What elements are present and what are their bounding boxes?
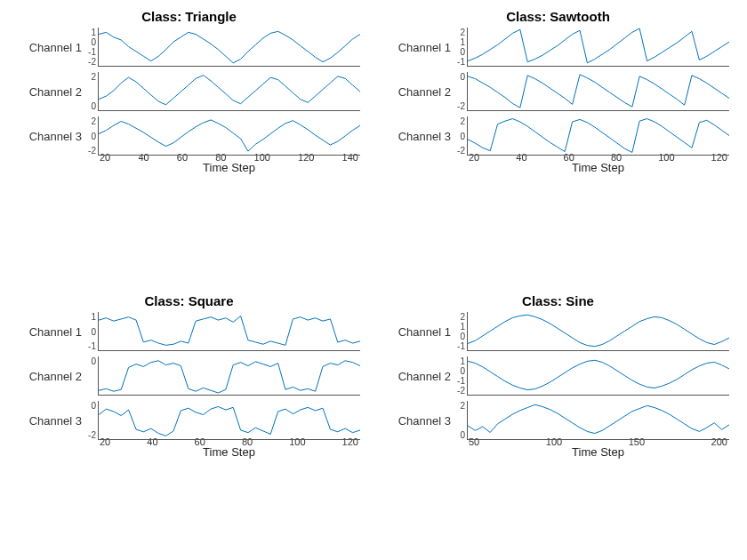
y-ticks: 10-1-2: [82, 28, 98, 67]
channel-label: Channel 3: [387, 130, 451, 143]
y-tick: 0: [82, 401, 96, 411]
channel-row: Channel 30-2: [18, 401, 360, 440]
channel-row: Channel 220: [18, 72, 360, 111]
y-tick: -2: [82, 57, 96, 67]
chart-grid: Class: TriangleChannel 110-1-2Channel 22…: [18, 9, 729, 551]
plot-area: [467, 28, 729, 67]
panel-title: Class: Sine: [522, 293, 594, 308]
channel-row: Channel 1210-1: [387, 28, 729, 67]
series-line: [99, 31, 360, 62]
y-ticks: 210-1: [451, 28, 467, 67]
y-tick: 2: [451, 312, 465, 322]
y-ticks: 20-2: [451, 116, 467, 156]
y-tick: 0: [451, 132, 465, 141]
channels: Channel 110-1Channel 20Channel 30-2: [18, 312, 360, 440]
series-line: [99, 361, 360, 393]
channel-label: Channel 3: [18, 414, 82, 428]
y-tick: -1: [451, 341, 465, 351]
y-tick: 0: [451, 332, 465, 341]
plot-area: [467, 401, 729, 440]
y-ticks: 20: [451, 401, 467, 440]
channel-row: Channel 20: [18, 356, 360, 396]
y-tick: -2: [451, 386, 465, 396]
channel-row: Channel 320-2: [18, 116, 360, 156]
plot-area: [98, 28, 360, 67]
y-tick: 1: [451, 37, 465, 47]
panel-2: Class: SquareChannel 110-1Channel 20Chan…: [18, 293, 360, 551]
y-tick: 2: [451, 28, 465, 37]
channel-row: Channel 210-1-2: [387, 356, 729, 396]
plot-area: [467, 72, 729, 111]
panel-0: Class: TriangleChannel 110-1-2Channel 22…: [18, 9, 360, 267]
series-line: [99, 120, 360, 151]
series-line: [468, 404, 729, 433]
x-label: Time Step: [467, 445, 729, 459]
channel-row: Channel 320: [387, 401, 729, 440]
plot-area: [98, 356, 360, 396]
channel-label: Channel 1: [18, 325, 82, 339]
y-tick: -1: [451, 57, 465, 67]
y-tick: 0: [451, 47, 465, 57]
y-tick: 0: [82, 132, 96, 141]
series-line: [468, 119, 729, 153]
series-line: [468, 360, 729, 389]
y-ticks: 0-2: [451, 72, 467, 111]
y-tick: 0: [82, 356, 96, 366]
channel-label: Channel 2: [18, 85, 82, 99]
series-line: [468, 75, 729, 108]
y-ticks: 0: [82, 356, 98, 396]
channel-label: Channel 1: [18, 41, 82, 54]
plot-area: [98, 401, 360, 440]
channels: Channel 1210-1Channel 20-2Channel 320-2: [387, 28, 729, 156]
plot-area: [98, 72, 360, 111]
panel-title: Class: Square: [144, 293, 233, 308]
channel-label: Channel 2: [18, 370, 82, 383]
plot-area: [98, 312, 360, 351]
y-tick: 1: [451, 322, 465, 332]
channel-row: Channel 110-1-2: [18, 28, 360, 67]
plot-area: [467, 116, 729, 156]
channels: Channel 110-1-2Channel 220Channel 320-2: [18, 28, 360, 156]
y-tick: 2: [82, 116, 96, 126]
y-tick: 2: [451, 116, 465, 126]
plot-area: [467, 356, 729, 396]
series-line: [99, 406, 360, 436]
panel-3: Class: SineChannel 1210-1Channel 210-1-2…: [387, 293, 729, 551]
y-ticks: 20-2: [82, 116, 98, 156]
panel-1: Class: SawtoothChannel 1210-1Channel 20-…: [387, 9, 729, 267]
plot-area: [467, 312, 729, 351]
series-line: [468, 315, 729, 346]
channel-row: Channel 320-2: [387, 116, 729, 156]
y-tick: -2: [451, 101, 465, 111]
channel-label: Channel 3: [18, 130, 82, 143]
y-ticks: 20: [82, 72, 98, 111]
channel-row: Channel 20-2: [387, 72, 729, 111]
y-tick: 2: [82, 72, 96, 82]
y-tick: -1: [82, 47, 96, 57]
plot-area: [98, 116, 360, 156]
y-ticks: 210-1: [451, 312, 467, 351]
y-tick: 0: [451, 366, 465, 376]
y-tick: 0: [451, 72, 465, 82]
channels: Channel 1210-1Channel 210-1-2Channel 320: [387, 312, 729, 440]
channel-row: Channel 110-1: [18, 312, 360, 351]
y-tick: 0: [82, 327, 96, 337]
y-tick: 1: [82, 312, 96, 322]
channel-label: Channel 2: [387, 370, 451, 383]
channel-label: Channel 1: [387, 41, 451, 54]
series-line: [468, 28, 729, 63]
y-tick: 2: [451, 401, 465, 411]
y-tick: -1: [451, 376, 465, 386]
x-label: Time Step: [467, 161, 729, 174]
y-tick: 1: [451, 356, 465, 366]
y-tick: 0: [82, 101, 96, 111]
channel-label: Channel 1: [387, 325, 451, 339]
series-line: [99, 76, 360, 105]
channel-label: Channel 3: [387, 414, 451, 428]
y-ticks: 10-1-2: [451, 356, 467, 396]
series-line: [99, 316, 360, 345]
y-tick: 1: [82, 28, 96, 37]
y-tick: -1: [82, 341, 96, 351]
channel-label: Channel 2: [387, 85, 451, 99]
panel-title: Class: Sawtooth: [506, 9, 610, 24]
